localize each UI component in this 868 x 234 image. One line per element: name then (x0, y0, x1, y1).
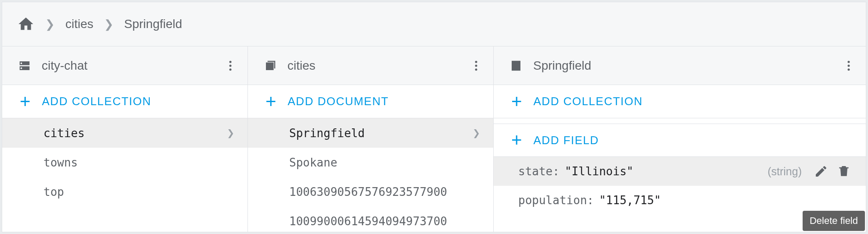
add-field-button[interactable]: + ADD FIELD (494, 124, 866, 157)
breadcrumb: ❯ cities ❯ Springfield (2, 2, 866, 46)
column-header-root: city-chat (2, 46, 247, 85)
field-key: population: (518, 194, 594, 207)
collection-item[interactable]: towns (2, 148, 247, 177)
breadcrumb-document[interactable]: Springfield (124, 17, 182, 31)
document-item[interactable]: Springfield ❯ (248, 118, 493, 148)
collection-item[interactable]: top (2, 177, 247, 206)
document-list: Springfield ❯ Spokane 100630905675769235… (248, 118, 493, 232)
add-document-label: ADD DOCUMENT (288, 95, 389, 108)
document-item[interactable]: 10063090567576923577900 (248, 177, 493, 206)
delete-field-tooltip: Delete field (803, 211, 865, 231)
plus-icon: + (511, 131, 522, 149)
plus-icon: + (265, 92, 276, 111)
more-menu-button[interactable] (470, 59, 483, 72)
field-value: "Illinois" (565, 165, 634, 178)
field-key: state: (518, 165, 560, 178)
svg-point-8 (848, 68, 850, 71)
field-value: "115,715" (599, 194, 661, 207)
svg-point-7 (848, 64, 850, 67)
chevron-right-icon: ❯ (45, 18, 55, 31)
chevron-right-icon: ❯ (473, 126, 480, 140)
add-subcollection-label: ADD COLLECTION (534, 95, 643, 108)
field-type: (string) (768, 165, 802, 178)
collection-item[interactable]: cities ❯ (2, 118, 247, 148)
more-menu-button[interactable] (224, 59, 237, 72)
field-row[interactable]: state: "Illinois" (string) (494, 157, 866, 186)
database-icon (18, 59, 31, 72)
plus-icon: + (20, 92, 31, 111)
plus-icon: + (511, 92, 522, 111)
document-item[interactable]: Spokane (248, 148, 493, 177)
home-icon[interactable] (17, 15, 35, 33)
edit-field-button[interactable] (810, 164, 832, 178)
delete-field-button[interactable] (832, 164, 855, 178)
add-subcollection-button[interactable]: + ADD COLLECTION (494, 85, 866, 118)
svg-point-6 (848, 60, 850, 63)
more-menu-button[interactable] (842, 59, 855, 72)
add-collection-label: ADD COLLECTION (42, 95, 151, 108)
column-header-document: Springfield (494, 46, 866, 85)
add-collection-button[interactable]: + ADD COLLECTION (2, 85, 247, 118)
chevron-right-icon: ❯ (227, 126, 234, 140)
svg-point-2 (230, 68, 232, 71)
root-name: city-chat (42, 59, 87, 73)
collection-name: cities (287, 59, 316, 73)
column-header-collection: cities (248, 46, 493, 85)
collection-icon (264, 59, 277, 72)
svg-point-4 (475, 64, 477, 67)
document-icon (509, 59, 523, 72)
svg-point-1 (230, 64, 232, 67)
svg-point-5 (475, 68, 477, 71)
document-item[interactable]: 10099000614594094973700 (248, 206, 493, 232)
add-document-button[interactable]: + ADD DOCUMENT (248, 85, 493, 118)
document-name: Springfield (533, 59, 591, 73)
add-field-label: ADD FIELD (534, 134, 599, 147)
svg-point-3 (475, 60, 477, 63)
collection-list: cities ❯ towns top (2, 118, 247, 232)
chevron-right-icon: ❯ (104, 18, 114, 31)
breadcrumb-collection[interactable]: cities (65, 17, 93, 31)
svg-point-0 (230, 60, 232, 63)
